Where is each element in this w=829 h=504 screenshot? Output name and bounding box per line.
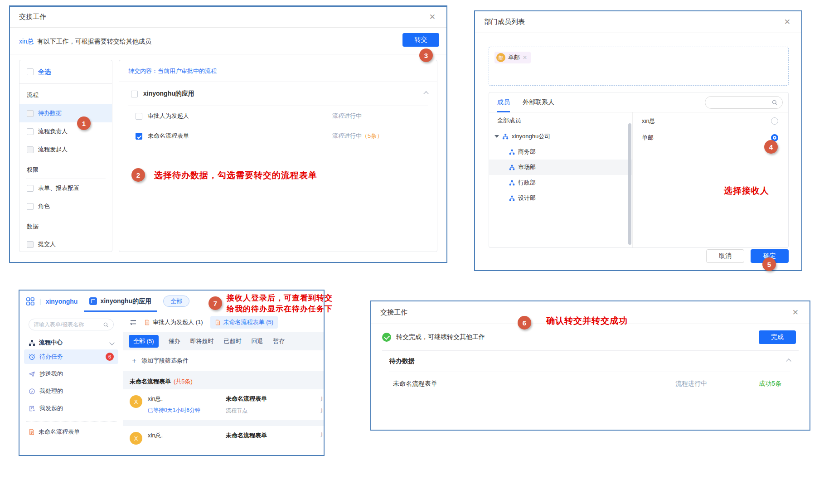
sidebar-item-todo-tasks[interactable]: 待办任务 6 bbox=[24, 349, 118, 364]
transfer-button[interactable]: 转交 bbox=[402, 33, 439, 47]
tree-node-dept[interactable]: 商务部 bbox=[489, 144, 632, 160]
sidebar-item-submitter[interactable]: 提交人 bbox=[19, 235, 112, 252]
member-chip[interactable]: 邮 单邮 ✕ bbox=[494, 52, 531, 63]
org-icon bbox=[509, 195, 515, 201]
sidebar-item-label[interactable]: 我处理的 bbox=[39, 387, 63, 395]
app-grid-icon[interactable] bbox=[26, 297, 35, 306]
close-icon[interactable]: ✕ bbox=[792, 309, 799, 316]
tab-returned[interactable]: 回退 bbox=[252, 337, 263, 345]
org-icon bbox=[502, 133, 509, 140]
member-row[interactable]: xin总 bbox=[633, 112, 788, 129]
tab-app[interactable]: xinyonghu的应用 bbox=[89, 291, 151, 312]
tree-node-dept[interactable]: 设计部 bbox=[489, 190, 632, 206]
add-filter-label[interactable]: 添加字段筛选条件 bbox=[141, 357, 189, 365]
flow-chip-label[interactable]: 未命名流程表单 (5) bbox=[223, 318, 274, 326]
submitter-checkbox[interactable] bbox=[27, 241, 34, 248]
flow-chip-selected[interactable]: 未命名流程表单 (5) bbox=[210, 316, 278, 329]
sidebar-item-form-report[interactable]: 表单、报表配置 bbox=[19, 179, 112, 197]
done-button[interactable]: 完成 bbox=[759, 330, 796, 344]
tree-node-label[interactable]: 商务部 bbox=[518, 148, 536, 156]
sidebar-item-unnamed-form[interactable]: 未命名流程表单 bbox=[29, 428, 114, 436]
close-icon[interactable]: ✕ bbox=[429, 13, 436, 21]
tab-external-contacts[interactable]: 外部联系人 bbox=[523, 98, 554, 107]
flow-row[interactable]: 审批人为发起人 流程进行中 bbox=[119, 106, 437, 126]
sidebar-item-label[interactable]: 未命名流程表单 bbox=[39, 428, 80, 436]
flow-label[interactable]: 未命名流程表单 bbox=[148, 132, 327, 140]
sidebar-item-label[interactable]: 抄送我的 bbox=[39, 370, 63, 378]
collapse-icon[interactable] bbox=[786, 359, 791, 363]
radio-unselected[interactable] bbox=[771, 117, 778, 125]
sidebar-item-label[interactable]: 我发起的 bbox=[39, 404, 63, 412]
nav-group-process-center[interactable]: 流程中心 bbox=[29, 339, 114, 347]
tree-node-company[interactable]: xinyonghu公司 bbox=[489, 129, 632, 144]
org-icon bbox=[509, 165, 515, 170]
member-dialog-title: 部门成员列表 bbox=[484, 18, 525, 26]
tree-node-dept[interactable]: 行政部 bbox=[489, 175, 632, 190]
sidebar-item-todo-data[interactable]: 待办数据 bbox=[19, 104, 112, 122]
tab-all[interactable]: 全部 (5) bbox=[129, 335, 159, 348]
add-filter-button[interactable]: ＋ 添加字段筛选条件 bbox=[123, 350, 324, 374]
sidebar-item-label[interactable]: 待办数据 bbox=[38, 109, 62, 117]
tab-draft[interactable]: 暂存 bbox=[273, 337, 285, 345]
form-report-checkbox[interactable] bbox=[27, 185, 34, 192]
collapse-icon[interactable] bbox=[423, 91, 428, 96]
tab-app-label[interactable]: xinyonghu的应用 bbox=[100, 297, 151, 305]
brand-name[interactable]: xinyonghu bbox=[46, 298, 78, 305]
sidebar-item-process-owner[interactable]: 流程负责人 bbox=[19, 122, 112, 141]
scope-pill[interactable]: 全部 bbox=[163, 296, 189, 307]
sidebar-item-handled-by-me[interactable]: 我处理的 bbox=[24, 384, 118, 398]
sidebar-item-label[interactable]: 角色 bbox=[38, 202, 50, 210]
chevron-down-icon[interactable] bbox=[109, 340, 114, 345]
sidebar-item-initiated-by-me[interactable]: 我发起的 bbox=[24, 401, 118, 416]
task-card[interactable]: X xin总. 已等待0天1小时6分钟 未命名流程表单 流程节点 川 川 bbox=[123, 389, 324, 420]
tab-timed-out[interactable]: 已超时 bbox=[224, 337, 242, 345]
sidebar-item-label[interactable]: 表单、报表配置 bbox=[38, 184, 79, 192]
group-label-process: 流程 bbox=[19, 84, 112, 104]
app-group-row[interactable]: xinyonghu的应用 bbox=[119, 82, 437, 106]
app-group-checkbox[interactable] bbox=[131, 91, 138, 97]
todo-data-section[interactable]: 待办数据 bbox=[371, 351, 810, 372]
process-initiator-checkbox[interactable] bbox=[27, 146, 34, 153]
sidebar-item-process-initiator[interactable]: 流程发起人 bbox=[19, 141, 112, 159]
select-all-checkbox[interactable] bbox=[27, 68, 34, 75]
flow-chip-label[interactable]: 审批人为发起人 (1) bbox=[153, 318, 203, 326]
tree-node-label[interactable]: 设计部 bbox=[518, 194, 536, 202]
nav-group-label[interactable]: 流程中心 bbox=[39, 339, 63, 347]
tree-node-dept[interactable]: 市场部 bbox=[489, 160, 632, 175]
tab-about-to-timeout[interactable]: 即将超时 bbox=[190, 337, 214, 345]
process-owner-checkbox[interactable] bbox=[27, 128, 34, 135]
tree-node-label[interactable]: 行政部 bbox=[518, 179, 536, 187]
select-all-row[interactable]: 全选 bbox=[19, 60, 112, 84]
member-search-box[interactable] bbox=[705, 96, 783, 109]
flow-checkbox[interactable] bbox=[136, 113, 142, 120]
collapse-panel-icon[interactable] bbox=[130, 319, 137, 326]
sidebar-search-box[interactable] bbox=[29, 319, 114, 330]
select-all-label[interactable]: 全选 bbox=[38, 68, 51, 76]
tab-urge[interactable]: 催办 bbox=[169, 337, 180, 345]
flow-checkbox-checked[interactable] bbox=[136, 133, 142, 140]
remove-icon[interactable]: ✕ bbox=[523, 54, 527, 61]
todo-data-checkbox[interactable] bbox=[27, 110, 34, 117]
cancel-button[interactable]: 取消 bbox=[706, 249, 744, 263]
scrollbar[interactable] bbox=[628, 123, 631, 245]
flow-row[interactable]: 未命名流程表单 流程进行中（5条） bbox=[119, 126, 437, 146]
sidebar-item-cc-to-me[interactable]: 抄送我的 bbox=[24, 367, 118, 381]
sidebar-search-input[interactable] bbox=[34, 321, 100, 328]
sidebar-item-label[interactable]: 提交人 bbox=[38, 240, 56, 248]
task-card[interactable]: X xin总. 未命名流程表单 川 bbox=[123, 426, 324, 450]
sidebar-item-label[interactable]: 待办任务 bbox=[39, 353, 63, 361]
flow-chip[interactable]: 审批人为发起人 (1) bbox=[144, 318, 203, 326]
sidebar-item-role[interactable]: 角色 bbox=[19, 197, 112, 215]
expand-caret-icon[interactable] bbox=[494, 135, 499, 138]
member-search-input[interactable] bbox=[710, 99, 771, 106]
sidebar-item-label[interactable]: 流程发起人 bbox=[38, 145, 68, 154]
tree-node-label[interactable]: xinyonghu公司 bbox=[512, 132, 550, 141]
role-checkbox[interactable] bbox=[27, 203, 34, 210]
success-message: 转交完成，可继续转交其他工作 bbox=[396, 333, 485, 341]
sidebar-item-label[interactable]: 流程负责人 bbox=[38, 127, 68, 136]
flow-label[interactable]: 审批人为发起人 bbox=[148, 112, 327, 120]
tab-members[interactable]: 成员 bbox=[497, 98, 510, 107]
close-icon[interactable]: ✕ bbox=[784, 18, 790, 26]
tree-node-label[interactable]: 市场部 bbox=[518, 163, 536, 171]
result-dialog-title: 交接工作 bbox=[380, 308, 407, 317]
